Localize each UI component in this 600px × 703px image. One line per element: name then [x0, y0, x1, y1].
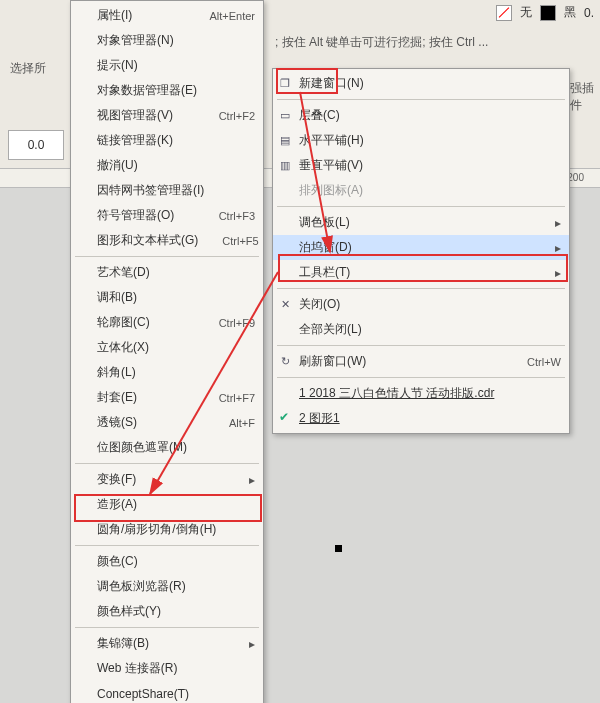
mi-color-styles[interactable]: 颜色样式(Y)	[71, 599, 263, 624]
coordinate-readout: 0.0	[8, 130, 64, 160]
status-hint-1: ; 按住 Alt 键单击可进行挖掘; 按住 Ctrl ...	[275, 34, 488, 51]
mi-close[interactable]: ✕关闭(O)	[273, 292, 569, 317]
mi-window-doc-1[interactable]: 1 2018 三八白色情人节 活动排版.cdr	[273, 381, 569, 406]
mi-hints[interactable]: 提示(N)	[71, 53, 263, 78]
mi-fillet-scallop-chamfer[interactable]: 圆角/扇形切角/倒角(H)	[71, 517, 263, 542]
fill-swatch-none[interactable]	[496, 5, 512, 21]
mi-tile-vertical[interactable]: ▥垂直平铺(V)	[273, 153, 569, 178]
mi-color[interactable]: 颜色(C)	[71, 549, 263, 574]
tile-v-icon: ▥	[277, 157, 293, 173]
mi-envelope[interactable]: 封套(E)Ctrl+F7	[71, 385, 263, 410]
mi-palette-browser[interactable]: 调色板浏览器(R)	[71, 574, 263, 599]
mi-object-manager[interactable]: 对象管理器(N)	[71, 28, 263, 53]
mi-transform[interactable]: 变换(F)▸	[71, 467, 263, 492]
color-indicator: 无 黑 0.	[490, 0, 600, 25]
mi-link-manager[interactable]: 链接管理器(K)	[71, 128, 263, 153]
mi-view-manager[interactable]: 视图管理器(V)Ctrl+F2	[71, 103, 263, 128]
cascade-icon: ▭	[277, 107, 293, 123]
mi-arrange-icons: 排列图标(A)	[273, 178, 569, 203]
mi-symbol-manager[interactable]: 符号管理器(O)Ctrl+F3	[71, 203, 263, 228]
mi-refresh-window[interactable]: ↻刷新窗口(W)Ctrl+W	[273, 349, 569, 374]
mi-contour[interactable]: 轮廓图(C)Ctrl+F9	[71, 310, 263, 335]
new-window-icon: ❐	[277, 75, 293, 91]
mi-window-doc-2[interactable]: ✔2 图形1	[273, 406, 569, 431]
mi-shaping[interactable]: 造形(A)	[71, 492, 263, 517]
dockers-submenu: 属性(I)Alt+Enter 对象管理器(N) 提示(N) 对象数据管理器(E)…	[70, 0, 264, 703]
mi-new-window[interactable]: ❐新建窗口(N)	[273, 71, 569, 96]
status-hint-2: 选择所	[10, 60, 46, 77]
mi-bevel[interactable]: 斜角(L)	[71, 360, 263, 385]
refresh-icon: ↻	[277, 353, 293, 369]
mi-dockers[interactable]: 泊坞窗(D)▸	[273, 235, 569, 260]
outline-width: 0.	[584, 6, 594, 20]
outline-swatch-black[interactable]	[540, 5, 556, 21]
mi-cascade[interactable]: ▭层叠(C)	[273, 103, 569, 128]
check-icon: ✔	[279, 410, 289, 424]
mi-graphic-text-styles[interactable]: 图形和文本样式(G)Ctrl+F5	[71, 228, 263, 253]
tile-h-icon: ▤	[277, 132, 293, 148]
fill-label: 无	[520, 4, 532, 21]
mi-artistic-media[interactable]: 艺术笔(D)	[71, 260, 263, 285]
right-panel-text: 强插件	[570, 80, 600, 114]
mi-tile-horizontal[interactable]: ▤水平平铺(H)	[273, 128, 569, 153]
mi-color-palettes[interactable]: 调色板(L)▸	[273, 210, 569, 235]
mi-toolbars[interactable]: 工具栏(T)▸	[273, 260, 569, 285]
selection-handle[interactable]	[335, 545, 342, 552]
mi-lens[interactable]: 透镜(S)Alt+F	[71, 410, 263, 435]
mi-bitmap-color-mask[interactable]: 位图颜色遮罩(M)	[71, 435, 263, 460]
mi-bookmark-manager[interactable]: 因特网书签管理器(I)	[71, 178, 263, 203]
mi-web-connector[interactable]: Web 连接器(R)	[71, 656, 263, 681]
mi-blend[interactable]: 调和(B)	[71, 285, 263, 310]
mi-extrude[interactable]: 立体化(X)	[71, 335, 263, 360]
close-icon: ✕	[277, 296, 293, 312]
mi-object-data[interactable]: 对象数据管理器(E)	[71, 78, 263, 103]
mi-conceptshare[interactable]: ConceptShare(T)	[71, 681, 263, 703]
mi-scrapbook[interactable]: 集锦簿(B)▸	[71, 631, 263, 656]
mi-undo-docker[interactable]: 撤消(U)	[71, 153, 263, 178]
window-menu: ❐新建窗口(N) ▭层叠(C) ▤水平平铺(H) ▥垂直平铺(V) 排列图标(A…	[272, 68, 570, 434]
outline-label: 黑	[564, 4, 576, 21]
mi-properties[interactable]: 属性(I)Alt+Enter	[71, 3, 263, 28]
mi-close-all[interactable]: 全部关闭(L)	[273, 317, 569, 342]
